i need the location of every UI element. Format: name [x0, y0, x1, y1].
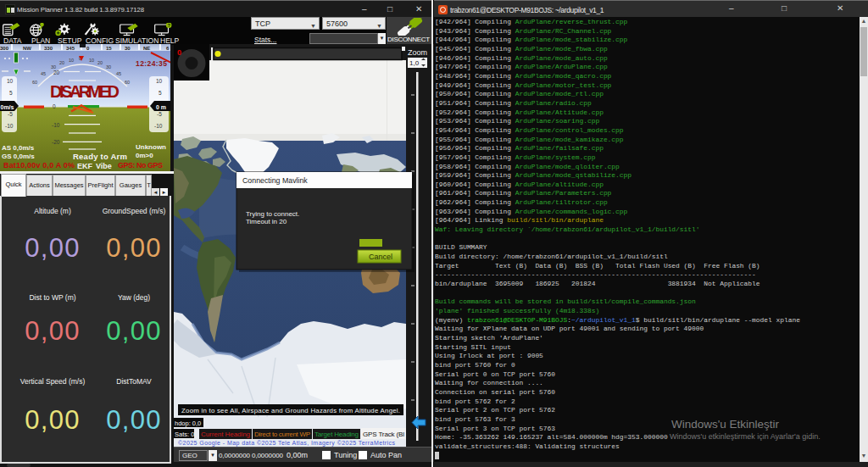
- svg-text:NE: NE: [143, 46, 150, 51]
- svg-text:-10: -10: [5, 123, 14, 129]
- svg-text:60: 60: [32, 80, 37, 85]
- svg-text:Ready to Arm: Ready to Arm: [73, 152, 127, 161]
- svg-text:60: 60: [125, 80, 130, 85]
- svg-text:GPS: No GPS: GPS: No GPS: [118, 161, 163, 170]
- svg-text:0: 0: [53, 103, 56, 109]
- svg-text:-5: -5: [157, 111, 162, 117]
- svg-text:45: 45: [41, 71, 46, 76]
- svg-text:5: 5: [159, 90, 162, 96]
- svg-text:hdop: 0,0: hdop: 0,0: [175, 420, 201, 427]
- svg-text:30: 30: [125, 46, 131, 51]
- svg-text:0: 0: [177, 48, 181, 57]
- svg-text:NW: NW: [23, 46, 31, 51]
- svg-text:45: 45: [116, 71, 121, 76]
- svg-text:10: 10: [156, 78, 163, 84]
- svg-text:0m>0: 0m>0: [136, 152, 153, 159]
- svg-text:0m/s: 0m/s: [1, 104, 14, 110]
- svg-text:Target Heading: Target Heading: [314, 431, 359, 438]
- svg-text:15: 15: [106, 46, 112, 51]
- svg-text:Unknown: Unknown: [136, 143, 166, 151]
- svg-text:300: 300: [0, 46, 9, 51]
- svg-text:-20: -20: [52, 139, 60, 145]
- svg-text:Sats: 0: Sats: 0: [175, 431, 194, 438]
- svg-text:DISARMED: DISARMED: [50, 82, 120, 101]
- svg-text:345: 345: [66, 46, 75, 51]
- svg-text:5: 5: [9, 90, 13, 96]
- svg-text:1,0: 1,0: [409, 59, 420, 67]
- svg-text:Current Heading: Current Heading: [201, 431, 250, 438]
- svg-text:20: 20: [53, 69, 60, 75]
- svg-text:Vibe: Vibe: [96, 162, 112, 170]
- svg-text:12:24:35: 12:24:35: [136, 59, 167, 68]
- svg-text:20: 20: [97, 60, 103, 65]
- svg-text:10: 10: [69, 58, 74, 63]
- svg-text:Trying to connect.: Trying to connect.: [246, 210, 299, 218]
- svg-text:-10: -10: [154, 123, 163, 129]
- svg-text:Bat10,00v 0,0 A 0%: Bat10,00v 0,0 A 0%: [3, 161, 75, 170]
- svg-text:Direct to current WP: Direct to current WP: [254, 431, 310, 438]
- svg-text:-5: -5: [8, 111, 13, 117]
- svg-text:AS 0,0m/s: AS 0,0m/s: [2, 144, 35, 152]
- svg-text:30: 30: [106, 64, 111, 69]
- svg-text:10: 10: [7, 78, 14, 84]
- svg-text:©2025 Google - Map data ©2025: ©2025 Google - Map data ©2025 Tele Atlas…: [178, 440, 396, 447]
- svg-text:20: 20: [59, 60, 64, 65]
- svg-text:?: ?: [168, 23, 171, 28]
- svg-text:0 m: 0 m: [156, 104, 166, 110]
- svg-text:Zoom: Zoom: [408, 48, 427, 57]
- svg-text:GPS Track (Bl: GPS Track (Bl: [363, 431, 404, 438]
- svg-text:Cancel: Cancel: [369, 253, 392, 261]
- svg-text:EKF: EKF: [77, 162, 93, 170]
- svg-text:Timeout in 20: Timeout in 20: [246, 218, 287, 225]
- svg-text:Zoom in to see All, Airspace a: Zoom in to see All, Airspace and Ground …: [181, 407, 400, 414]
- svg-text:Connecting Mavlink: Connecting Mavlink: [242, 176, 308, 185]
- svg-text:10: 10: [89, 58, 94, 63]
- svg-text:GS 0,0m/s: GS 0,0m/s: [2, 153, 35, 160]
- svg-text:330: 330: [44, 46, 53, 51]
- svg-text:-10: -10: [52, 122, 60, 128]
